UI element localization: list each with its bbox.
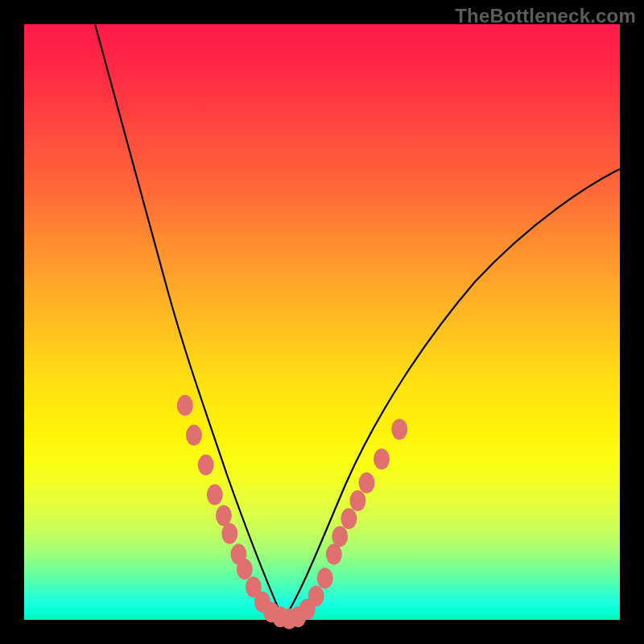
bead-point xyxy=(198,455,214,476)
bead-point xyxy=(349,490,365,511)
chart-svg xyxy=(24,24,620,620)
bead-point xyxy=(237,559,253,580)
bead-point xyxy=(359,473,375,493)
bead-point xyxy=(317,568,333,588)
bead-point xyxy=(374,448,390,469)
bead-point xyxy=(207,485,223,506)
bead-point xyxy=(221,523,237,544)
bead-point xyxy=(308,585,324,606)
bead-point xyxy=(332,526,348,547)
bead-point xyxy=(177,395,193,416)
bead-point xyxy=(326,544,342,565)
curve-layer xyxy=(95,24,620,620)
bead-point xyxy=(216,506,232,526)
bead-point xyxy=(341,508,357,529)
watermark-text: TheBottleneck.com xyxy=(455,5,636,27)
chart-frame: TheBottleneck.com xyxy=(0,0,644,644)
bead-point xyxy=(391,419,407,440)
plot-area xyxy=(24,24,620,620)
left-curve xyxy=(95,24,283,620)
bead-point xyxy=(186,425,202,446)
